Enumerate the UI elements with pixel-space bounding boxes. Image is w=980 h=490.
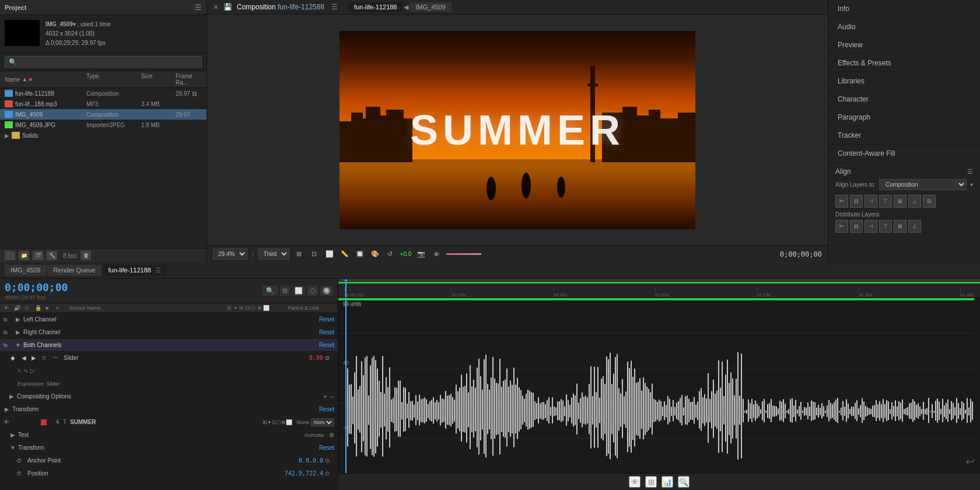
grid-button[interactable]: ⊡ [309,250,320,259]
dist-center-v-button[interactable]: ⊞ [894,220,907,233]
color-button[interactable]: 🎨 [370,250,380,259]
parent-select[interactable]: None [311,418,334,426]
search-input[interactable] [5,56,202,68]
align-top-button[interactable]: ⊤ [879,195,892,208]
grid-bottom-button[interactable]: ⊞ [645,476,657,488]
tab-fun-life[interactable]: fun-life-112188 [348,2,402,12]
next-keyframe-btn[interactable]: ▶ [32,355,40,361]
dist-right-button[interactable]: ⊣ [864,220,877,233]
align-menu-icon[interactable]: ☰ [967,168,973,176]
add-compositing-button[interactable]: + [323,393,327,401]
time-counter[interactable]: 0;00;00;00 [5,281,68,293]
list-item[interactable]: ▶ Solids [0,130,206,141]
position-stopwatch[interactable]: ⏱ [16,471,26,477]
snap-button[interactable]: 🔲 [355,250,365,259]
align-left-button[interactable]: ⊢ [835,195,848,208]
align-center-h-button[interactable]: ⊟ [850,195,863,208]
list-item[interactable]: IMG_4509 Composition 29.97 [0,109,206,120]
align-center-v-button[interactable]: ⊞ [894,195,907,208]
close-button[interactable]: ✕ [213,3,219,11]
eye-col-header: 👁 [4,305,12,311]
expand-transform[interactable]: ▶ [4,406,10,413]
timeline-btn3[interactable]: ⬡ [307,286,318,296]
timeline-btn4[interactable]: 🔘 [320,286,333,296]
timeline-btn1[interactable]: ⊞ [280,286,290,296]
layer-color-swatch [41,419,47,425]
tab-render-queue[interactable]: Render Queue [47,265,101,276]
expand-text[interactable]: ▶ [9,432,16,439]
keyframe-btn[interactable]: ◆ [10,355,20,361]
file-list: fun-life-112188 Composition 29.97 ⛓ fun-… [0,88,206,248]
show-snapshot-button[interactable]: 👁 [431,250,442,259]
panel-item-audio[interactable]: Audio [828,18,980,36]
scroll-track[interactable] [974,298,980,473]
reset-right-channel-button[interactable]: Reset [319,329,334,335]
panel-item-paragraph[interactable]: Paragraph [828,108,980,127]
remove-compositing-button[interactable]: − [330,393,334,401]
panel-item-tracker[interactable]: Tracker [828,127,980,145]
prev-keyframe-btn[interactable]: ◀ [22,355,30,361]
panel-item-content-aware[interactable]: Content-Aware Fill [828,145,980,163]
anchor-stopwatch[interactable]: ⏱ [16,458,26,464]
graph-bottom-button[interactable]: 📊 [662,476,673,488]
dist-top-button[interactable]: ⊤ [879,220,892,233]
reset-transform-button[interactable]: Reset [319,406,334,412]
reset-summer-transform-button[interactable]: Reset [319,444,334,451]
expand-both-channels[interactable]: ▼ [15,342,22,349]
zoom-select[interactable]: 29.4% 50% 100% [213,249,247,260]
layer-row: fx ▶ Right Channel Reset [0,326,338,339]
snapshot-button[interactable]: 📷 [416,250,426,259]
dist-left-button[interactable]: ⊢ [835,220,848,233]
panel-item-character[interactable]: Character [828,90,980,108]
viewer-canvas: SUMMER [207,15,828,245]
tab-img4509[interactable]: IMG_4509 [410,2,451,12]
comp-menu-icon[interactable]: ☰ [331,3,338,11]
timeline-playhead-line [345,282,346,298]
delete-button[interactable]: 🗑 [80,251,91,260]
layer-eye-icon[interactable]: 👁 [4,419,9,425]
expand-compositing[interactable]: ▶ [8,393,15,400]
timeline-header: IMG_4509 Render Queue fun-life-112188 ☰ [0,262,980,279]
expand-summer-transform[interactable]: ▼ [9,444,16,452]
ruler-button[interactable]: 📏 [340,250,350,259]
reset-color-button[interactable]: ↺ [385,250,396,259]
list-item[interactable]: fun-lif...188.mp3 MP3 3.4 MB [0,99,206,109]
dist-center-h-button[interactable]: ⊟ [850,220,863,233]
animate-add-button[interactable]: ⊕ [329,431,334,439]
align-to-select[interactable]: Composition Selection [879,179,967,190]
expand-left-channel[interactable]: ▶ [15,316,22,323]
search-timeline-button[interactable]: 🔍 [262,286,278,296]
project-menu-icon[interactable]: ☰ [195,3,202,12]
eye-bottom-button[interactable]: 👁 [629,476,640,488]
align-bottom-button[interactable]: ⊥ [908,195,921,208]
search-bottom-button[interactable]: 🔍 [678,476,690,488]
summer-layer-name: SUMMER [70,419,261,425]
new-folder-button[interactable]: 📁 [19,251,29,260]
expand-right-channel[interactable]: ▶ [15,329,22,336]
reset-both-channels-button[interactable]: Reset [319,342,334,348]
tab-fun-life-timeline[interactable]: fun-life-112188 ☰ [103,265,167,276]
footage-button[interactable]: 🎬 [33,251,43,260]
panel-item-preview[interactable]: Preview [828,36,980,54]
distribute-label: Distribute Layers: [835,211,973,218]
list-item[interactable]: fun-life-112188 Composition 29.97 ⛓ [0,88,206,99]
list-item[interactable]: IMG_4509.JPG Importer/JPEG 1.8 MB [0,120,206,130]
flow-button[interactable]: 🔧 [47,251,57,260]
file-list-header: Name ▲ ■ Type Size Frame Ra... [0,71,206,88]
dist-bottom-button[interactable]: ⊥ [908,220,921,233]
panel-item-libraries[interactable]: Libraries [828,72,980,90]
safe-zones-button[interactable]: ⬜ [324,250,335,259]
viewer-timecode: 0;00;00;00 [780,250,822,258]
reset-left-channel-button[interactable]: Reset [319,316,334,323]
panel-item-effects-presets[interactable]: Effects & Presets [828,54,980,72]
fit-button[interactable]: ⊞ [294,250,304,259]
view-select[interactable]: Third Half Full [258,249,289,260]
align-dist-h-button[interactable]: ⊟ [923,195,936,208]
timeline-btn2[interactable]: ⬜ [292,286,305,296]
panel-item-info[interactable]: Info [828,0,980,18]
new-comp-button[interactable]: ⬛ [5,251,15,260]
timeline-ruler[interactable]: 0s 00:15s 00:30s [338,282,980,298]
comp-icon [5,111,13,118]
tab-img4509-timeline[interactable]: IMG_4509 [5,265,46,276]
align-right-button[interactable]: ⊣ [864,195,877,208]
